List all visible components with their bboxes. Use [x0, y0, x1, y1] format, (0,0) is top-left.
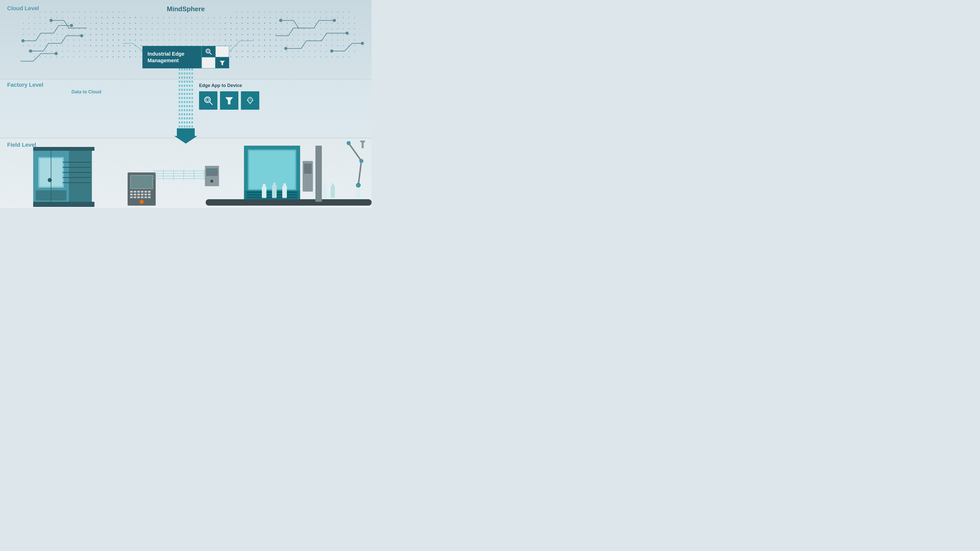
- svg-rect-61: [130, 197, 133, 198]
- svg-marker-24: [225, 97, 233, 104]
- iem-icon-white2: [202, 57, 215, 68]
- svg-rect-63: [137, 197, 140, 198]
- dashed-line-5: [189, 68, 190, 130]
- svg-rect-53: [145, 191, 147, 192]
- svg-point-4: [22, 40, 24, 42]
- iem-icon-filter: [215, 57, 229, 68]
- svg-point-14: [331, 50, 333, 52]
- svg-rect-102: [332, 183, 334, 187]
- svg-rect-97: [282, 186, 287, 198]
- factory-conveyor: [206, 141, 372, 208]
- svg-rect-62: [134, 197, 136, 198]
- svg-rect-65: [145, 197, 147, 198]
- edge-app-icon-analytics: [199, 91, 218, 110]
- svg-rect-85: [249, 151, 295, 189]
- data-to-cloud-label: Data to Cloud: [72, 89, 101, 95]
- svg-rect-57: [137, 194, 140, 195]
- svg-point-8: [55, 52, 57, 55]
- svg-rect-49: [130, 191, 133, 192]
- iem-title: Industrial Edge Management: [148, 51, 196, 64]
- cloud-level-label: Cloud Level: [7, 5, 39, 12]
- svg-point-111: [360, 141, 365, 143]
- svg-point-6: [29, 50, 32, 52]
- svg-rect-40: [33, 202, 94, 207]
- svg-point-38: [48, 178, 52, 182]
- svg-point-107: [347, 141, 351, 145]
- iem-icon-white1: [215, 46, 229, 57]
- svg-rect-52: [141, 191, 143, 192]
- svg-point-109: [356, 183, 360, 187]
- svg-point-12: [285, 47, 287, 50]
- svg-rect-1: [21, 10, 143, 61]
- svg-rect-64: [141, 197, 143, 198]
- svg-rect-59: [145, 194, 147, 195]
- mindsphere-label: MindSphere: [167, 5, 205, 13]
- dashed-flow-lines: [179, 68, 193, 130]
- iem-icon-analytics: [202, 46, 215, 57]
- svg-marker-19: [220, 61, 225, 65]
- dashed-line-1: [179, 68, 180, 130]
- svg-rect-98: [283, 183, 286, 187]
- svg-line-17: [210, 52, 212, 55]
- svg-line-105: [348, 143, 361, 161]
- svg-point-10: [280, 19, 282, 22]
- svg-rect-94: [263, 184, 266, 188]
- svg-rect-55: [130, 194, 133, 195]
- svg-point-16: [206, 49, 210, 53]
- svg-rect-39: [33, 147, 94, 151]
- svg-rect-58: [141, 194, 143, 195]
- svg-point-18: [207, 50, 209, 52]
- svg-rect-54: [148, 191, 151, 192]
- svg-rect-48: [131, 176, 152, 188]
- svg-point-13: [346, 32, 348, 35]
- edge-app-section: Edge App to Device: [199, 83, 259, 110]
- svg-rect-95: [272, 185, 277, 198]
- svg-rect-91: [304, 164, 312, 174]
- svg-rect-101: [331, 186, 335, 198]
- svg-rect-99: [323, 185, 327, 197]
- factory-level-label: Factory Level: [7, 82, 43, 88]
- svg-point-9: [50, 19, 52, 22]
- svg-rect-50: [134, 191, 136, 192]
- edge-app-icons: [199, 91, 259, 110]
- svg-rect-112: [315, 146, 322, 202]
- iem-box: Industrial Edge Management: [142, 46, 229, 68]
- edge-device-container: Edge Device: [158, 132, 214, 160]
- svg-point-21: [205, 97, 210, 103]
- cnc-machine: [25, 142, 102, 208]
- svg-rect-100: [324, 183, 326, 186]
- svg-point-5: [70, 24, 73, 27]
- svg-line-106: [358, 161, 361, 185]
- dashed-line-4: [186, 68, 188, 130]
- svg-point-67: [140, 200, 144, 204]
- svg-rect-51: [137, 191, 140, 192]
- edge-app-label: Edge App to Device: [199, 83, 259, 88]
- svg-point-23: [206, 98, 209, 101]
- iem-icons-grid: [201, 46, 229, 68]
- svg-rect-2: [222, 8, 360, 61]
- svg-point-15: [361, 42, 364, 44]
- svg-rect-66: [148, 197, 151, 198]
- svg-point-11: [333, 19, 336, 22]
- svg-line-22: [210, 102, 213, 105]
- svg-rect-93: [262, 186, 266, 198]
- dashed-line-2: [181, 68, 183, 130]
- iem-text-section: Industrial Edge Management: [142, 46, 201, 68]
- svg-point-108: [360, 159, 363, 163]
- svg-rect-60: [148, 194, 151, 195]
- dashed-line-3: [184, 68, 185, 130]
- svg-rect-56: [134, 194, 136, 195]
- dashed-line-6: [191, 68, 193, 130]
- svg-rect-92: [206, 199, 372, 206]
- svg-rect-96: [273, 183, 275, 186]
- svg-point-7: [80, 35, 83, 37]
- edge-app-icon-filter: [220, 91, 239, 110]
- edge-app-icon-brain: [241, 91, 259, 110]
